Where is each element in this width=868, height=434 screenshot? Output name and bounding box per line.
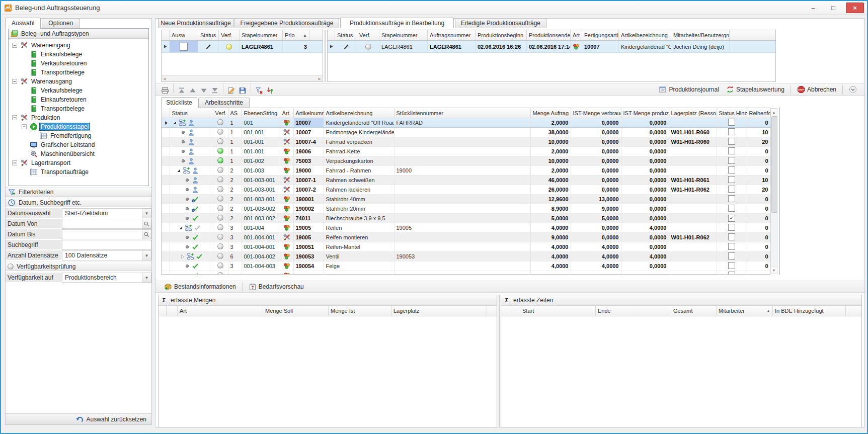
lookup-icon[interactable] <box>142 219 151 229</box>
main-tab-neue-produktionsaufträge[interactable]: Neue Produktionsaufträge <box>158 18 233 28</box>
status-hinzugefuegt-cell[interactable] <box>717 166 747 176</box>
artikelnummer-cell[interactable]: 190054 <box>293 262 324 271</box>
status-cell[interactable] <box>170 223 213 233</box>
artikelnummer-cell[interactable]: 10007 <box>293 118 324 128</box>
nav-last-button[interactable] <box>209 85 220 96</box>
tree-item-maschinenübersicht[interactable]: Maschinenübersicht <box>9 149 148 158</box>
status-hinzugefuegt-cell[interactable] <box>717 176 747 185</box>
fertigungsartikel-cell[interactable]: 10007 <box>582 41 619 52</box>
ebenenstring-cell[interactable]: 001-003 <box>242 166 280 176</box>
ist-verbraucht-cell[interactable]: 5,0000 <box>571 214 621 223</box>
artikelnummer-cell[interactable]: 190001 <box>293 195 324 204</box>
mitarbeiter-cell[interactable]: Jochen Deing (deijo) <box>671 41 730 52</box>
checkbox[interactable] <box>728 272 735 275</box>
menge-auftrag-cell[interactable]: 9,0000 <box>530 233 571 242</box>
ebenenstring-cell[interactable]: 001-003-001 <box>242 195 280 204</box>
column-header-artikelbezeichnung[interactable]: Artikelbezeichnung <box>619 30 671 40</box>
scroll-down-arrow-icon[interactable]: ▼ <box>771 266 777 274</box>
reihenfolge-cell[interactable]: 0 <box>747 166 770 176</box>
menge-auftrag-cell[interactable]: 5,0000 <box>530 214 571 223</box>
art-cell[interactable] <box>280 214 293 223</box>
artikelbezeichnung-cell[interactable]: Reifen <box>324 223 394 233</box>
close-button[interactable]: × <box>846 3 864 13</box>
artikelbezeichnung-cell[interactable]: Reifen-Mantel <box>324 242 394 252</box>
status-cell[interactable] <box>170 262 213 271</box>
tree-item-verkaufsbelege[interactable]: Verkaufsbelege <box>9 86 148 95</box>
status-hinzugefuegt-cell[interactable] <box>717 233 747 242</box>
collapse-box-icon[interactable] <box>21 124 28 130</box>
artikelnummer-cell[interactable]: 10007-4 <box>293 137 324 147</box>
as-cell[interactable]: 2 <box>228 176 242 185</box>
lagerplatz-cell[interactable] <box>669 166 717 176</box>
ebenenstring-cell[interactable]: 001-002 <box>242 156 280 166</box>
table-row[interactable]: i2001-003-002190002Stahlrohr 20mm8,90009… <box>162 204 770 214</box>
as-cell[interactable]: 2 <box>228 195 242 204</box>
status-cell[interactable]: i <box>170 195 213 204</box>
ebenenstring-cell[interactable]: 001 <box>242 118 280 128</box>
lagerplatz-cell[interactable]: W01-H01-R062 <box>669 233 717 242</box>
ist-produziert-cell[interactable]: 0,0000 <box>621 233 669 242</box>
column-header-stapelnummer[interactable]: Stapelnummer <box>240 30 283 40</box>
artikelbezeichnung-cell[interactable]: Blechschraube 3,9 x 9,5 <box>324 214 394 223</box>
verfügbarkeit-auf-input[interactable]: Produktionsbereich <box>62 273 142 283</box>
status-cell[interactable] <box>170 147 213 156</box>
column-header-artikelnummer[interactable]: Artikelnummer <box>293 108 324 118</box>
menge-auftrag-cell[interactable]: 26,0000 <box>530 185 571 195</box>
ist-verbraucht-cell[interactable]: 13,0000 <box>571 195 621 204</box>
save-button[interactable] <box>237 85 248 96</box>
row-indicator[interactable] <box>162 242 170 252</box>
checkbox[interactable] <box>728 252 735 259</box>
datum-bis-input[interactable] <box>62 229 142 239</box>
artikelbezeichnung-cell[interactable]: Fahrrad - Rahmen <box>324 166 394 176</box>
menge-auftrag-cell[interactable]: 2,0000 <box>530 147 571 156</box>
column-header-ende[interactable]: Ende <box>596 306 671 316</box>
lagerplatz-cell[interactable] <box>669 204 717 214</box>
row-indicator[interactable] <box>162 214 170 223</box>
verf-cell[interactable] <box>213 137 228 147</box>
orders-grid-row[interactable]: LAGER4861LAGER486102.06.2016 16:2602.06.… <box>328 41 775 53</box>
column-header-artikelbezeichnung[interactable]: Artikelbezeichnung <box>324 108 394 118</box>
tree-item-wareneingang[interactable]: Wareneingang <box>9 41 148 50</box>
row-indicator[interactable] <box>162 262 170 271</box>
verf-cell[interactable] <box>219 41 240 52</box>
status-hinzugefuegt-cell[interactable] <box>717 223 747 233</box>
ist-verbraucht-cell[interactable]: 0,0000 <box>571 233 621 242</box>
collapse-box-icon[interactable] <box>12 42 18 49</box>
status-cell[interactable] <box>198 41 219 52</box>
lagerplatz-cell[interactable]: W01-H01-R060 <box>669 137 717 147</box>
collapse-box-icon[interactable] <box>12 115 18 121</box>
status-hinzugefuegt-cell[interactable] <box>717 262 747 271</box>
exp-open-icon[interactable] <box>178 225 184 231</box>
dropdown-arrow-icon[interactable]: ▼ <box>142 273 151 283</box>
ist-verbraucht-cell[interactable]: 4,0000 <box>571 242 621 252</box>
suchbegriff-input[interactable] <box>62 240 151 250</box>
column-header-status[interactable]: Status <box>198 30 219 40</box>
artikelnummer-cell[interactable]: 19006 <box>293 147 324 156</box>
row-indicator[interactable] <box>162 137 170 147</box>
reihenfolge-cell[interactable]: 20 <box>747 185 770 195</box>
status-cell[interactable] <box>170 176 213 185</box>
checkbox[interactable] <box>728 262 735 269</box>
stuecklistennummer-cell[interactable] <box>394 128 530 137</box>
art-cell[interactable] <box>280 252 293 262</box>
verf-cell[interactable] <box>213 195 228 204</box>
menge-auftrag-cell[interactable]: 4,0000 <box>530 252 571 262</box>
column-header-produktionsende[interactable]: Produktionsende <box>527 30 571 40</box>
status-hinzugefuegt-cell[interactable] <box>717 271 747 275</box>
reset-selection-button[interactable]: Auswahl zurücksetzen <box>6 413 151 424</box>
column-header-ebenenstring[interactable]: EbenenString <box>242 108 280 118</box>
table-row[interactable]: 3001-004-001190051Reifen-Mantel4,00004,0… <box>162 242 770 252</box>
table-row[interactable]: i2001-003-001190001Stahlrohr 40mm12,9600… <box>162 195 770 204</box>
bestandsinformationen-button[interactable]: Bestandsinformationen <box>161 282 240 292</box>
artikelnummer-cell[interactable]: 190051 <box>293 242 324 252</box>
ist-produziert-cell[interactable]: 0,0000 <box>621 137 669 147</box>
anzahl-datensätze-input[interactable]: 100 Datensätze <box>62 250 142 261</box>
ist-produziert-cell[interactable]: 0,0000 <box>621 185 669 195</box>
tree-item-einkaufsbelege[interactable]: Einkaufsbelege <box>9 50 148 59</box>
batch-grid-row[interactable]: LAGER48613 <box>162 41 323 53</box>
table-row[interactable]: 2001-003-00274011Blechschraube 3,9 x 9,5… <box>162 214 770 223</box>
row-indicator[interactable] <box>162 204 170 214</box>
artikelnummer-cell[interactable]: 19005 <box>293 233 324 242</box>
as-cell[interactable]: 3 <box>228 262 242 271</box>
lagerplatz-cell[interactable] <box>669 271 717 275</box>
